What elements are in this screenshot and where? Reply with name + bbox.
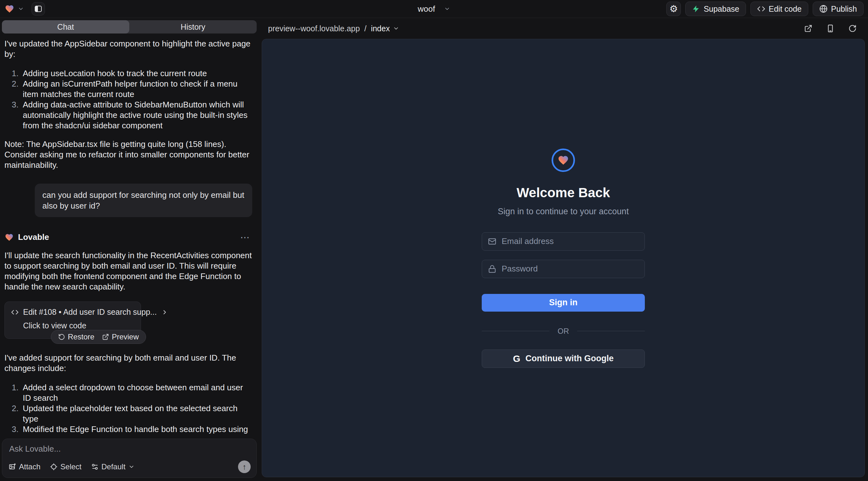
chevron-right-icon bbox=[161, 309, 168, 316]
panel-left-icon bbox=[34, 5, 42, 12]
publish-button[interactable]: Publish bbox=[813, 2, 864, 16]
restore-button[interactable]: Restore bbox=[58, 332, 94, 341]
assistant-message-list: Added a select dropdown to choose betwee… bbox=[4, 382, 252, 436]
settings-button[interactable]: ⚙ bbox=[666, 2, 681, 16]
lovable-logo-heart-icon[interactable] bbox=[4, 4, 14, 13]
supabase-bolt-icon bbox=[692, 5, 700, 13]
supabase-button[interactable]: Supabase bbox=[685, 2, 746, 16]
preview-actions bbox=[804, 24, 859, 33]
code-icon bbox=[11, 309, 19, 316]
chat-panel: Chat History I've updated the AppSidebar… bbox=[0, 18, 258, 481]
refresh-button[interactable] bbox=[848, 24, 857, 33]
assistant-message-list: Adding useLocation hook to track the cur… bbox=[4, 68, 252, 131]
app-root: woof ⚙ Supabase Edit code bbox=[0, 0, 868, 481]
page-subtitle: Sign in to continue to your account bbox=[498, 207, 629, 217]
main-split: Chat History I've updated the AppSidebar… bbox=[0, 18, 868, 481]
tab-history[interactable]: History bbox=[129, 20, 257, 33]
preview-viewport: Welcome Back Sign in to continue to your… bbox=[262, 39, 865, 477]
divider-line bbox=[482, 331, 549, 331]
edit-card-title: Edit #108 • Add user ID search supp... bbox=[23, 308, 157, 317]
preview-panel: preview--woof.lovable.app / index bbox=[258, 18, 868, 481]
send-button[interactable]: ↑ bbox=[238, 460, 251, 473]
or-label: OR bbox=[549, 327, 577, 335]
assistant-message-text: I'll update the search functionality in … bbox=[4, 250, 252, 292]
code-icon bbox=[757, 5, 765, 13]
chat-history-tabs: Chat History bbox=[2, 20, 257, 33]
or-divider: OR bbox=[482, 327, 645, 335]
arrow-up-icon: ↑ bbox=[243, 463, 247, 471]
list-item: Adding useLocation hook to track the cur… bbox=[21, 68, 252, 79]
workspace-chevron-down-icon[interactable] bbox=[18, 6, 24, 12]
preview-label: Preview bbox=[112, 332, 139, 341]
composer: Attach Select Default bbox=[2, 439, 257, 478]
select-element-button[interactable]: Select bbox=[50, 462, 82, 471]
app-logo bbox=[552, 149, 575, 172]
list-item: Adding an isCurrentPath helper function … bbox=[21, 79, 252, 100]
preview-toolbar: preview--woof.lovable.app / index bbox=[258, 18, 868, 39]
select-label: Select bbox=[60, 462, 82, 471]
page-title: Welcome Back bbox=[517, 185, 610, 200]
restore-icon bbox=[58, 333, 65, 340]
google-g-icon: G bbox=[513, 354, 520, 363]
chat-input[interactable] bbox=[8, 443, 251, 458]
password-field[interactable] bbox=[501, 263, 639, 274]
mail-icon bbox=[488, 237, 496, 246]
chevron-down-icon bbox=[393, 25, 399, 32]
email-field-wrap bbox=[482, 232, 645, 251]
project-switcher[interactable]: woof bbox=[418, 0, 451, 18]
publish-label: Publish bbox=[831, 4, 857, 13]
chat-message-list[interactable]: I've updated the AppSidebar component to… bbox=[0, 33, 258, 436]
topbar-actions: ⚙ Supabase Edit code Publish bbox=[666, 2, 864, 16]
edit-card-wrap: Edit #108 • Add user ID search supp... C… bbox=[4, 301, 141, 339]
model-label: Default bbox=[101, 462, 125, 471]
supabase-label: Supabase bbox=[704, 4, 739, 13]
image-plus-icon bbox=[8, 463, 16, 471]
list-item: Adding data-active attribute to SidebarM… bbox=[21, 100, 252, 131]
sliders-icon bbox=[91, 463, 99, 471]
external-link-icon bbox=[102, 333, 109, 340]
list-item: Modified the Edge Function to handle bot… bbox=[21, 424, 252, 436]
assistant-note-text: Note: The AppSidebar.tsx file is getting… bbox=[4, 139, 252, 170]
sidebar-toggle-button[interactable] bbox=[32, 2, 45, 15]
crosshair-icon bbox=[50, 463, 58, 471]
composer-toolbar: Attach Select Default bbox=[8, 460, 251, 473]
sign-in-card: Welcome Back Sign in to continue to your… bbox=[482, 149, 645, 368]
tab-chat[interactable]: Chat bbox=[2, 20, 129, 33]
attach-label: Attach bbox=[19, 462, 40, 471]
topbar-left bbox=[4, 2, 45, 15]
assistant-message-text: I've updated the AppSidebar component to… bbox=[4, 38, 252, 59]
attach-button[interactable]: Attach bbox=[8, 462, 40, 471]
password-field-wrap bbox=[482, 260, 645, 278]
google-label: Continue with Google bbox=[525, 354, 614, 363]
heart-icon bbox=[557, 155, 569, 166]
preview-page: index bbox=[371, 24, 390, 33]
open-in-new-tab-button[interactable] bbox=[804, 24, 812, 33]
chevron-down-icon bbox=[128, 463, 135, 470]
globe-icon bbox=[819, 5, 828, 13]
edit-card-header: Edit #108 • Add user ID search supp... bbox=[11, 308, 134, 317]
assistant-name: Lovable bbox=[18, 232, 49, 242]
list-item: Updated the placeholder text based on th… bbox=[21, 403, 252, 424]
project-chevron-down-icon bbox=[444, 6, 450, 12]
edit-code-button[interactable]: Edit code bbox=[750, 2, 808, 16]
preview-button[interactable]: Preview bbox=[102, 332, 139, 341]
project-name: woof bbox=[418, 4, 435, 14]
gear-icon: ⚙ bbox=[670, 4, 678, 13]
email-field[interactable] bbox=[501, 236, 639, 247]
restore-label: Restore bbox=[68, 332, 94, 341]
assistant-header: Lovable ⋯ bbox=[4, 232, 252, 242]
topbar: woof ⚙ Supabase Edit code bbox=[0, 0, 868, 18]
preview-url-selector[interactable]: preview--woof.lovable.app / index bbox=[268, 24, 399, 33]
lock-icon bbox=[488, 265, 496, 273]
edit-card-subtitle: Click to view code bbox=[23, 321, 134, 330]
preview-url: preview--woof.lovable.app bbox=[268, 24, 360, 33]
sign-in-button[interactable]: Sign in bbox=[482, 294, 645, 312]
edit-card-actions: Restore Preview bbox=[51, 330, 146, 344]
lovable-heart-icon bbox=[4, 233, 14, 242]
message-menu-icon[interactable]: ⋯ bbox=[240, 233, 250, 242]
google-sign-in-button[interactable]: G Continue with Google bbox=[482, 350, 645, 368]
mobile-view-button[interactable] bbox=[826, 24, 835, 33]
edit-code-label: Edit code bbox=[769, 4, 802, 13]
model-selector-button[interactable]: Default bbox=[91, 462, 135, 471]
assistant-message-text: I've added support for searching by both… bbox=[4, 353, 252, 374]
